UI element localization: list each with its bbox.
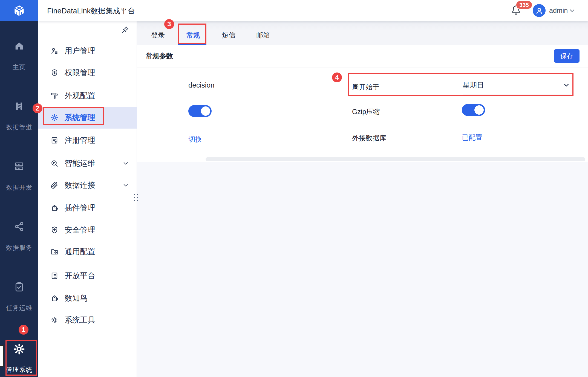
menu-item-label: 系统工具 xyxy=(65,315,95,325)
menu-item-data-connection[interactable]: 数据连接 xyxy=(38,174,137,196)
folder-gear-icon xyxy=(50,248,59,256)
list-doc-icon xyxy=(50,272,59,280)
menu-item-permission-mgmt[interactable]: 权限管理 xyxy=(38,62,137,84)
secondary-sidebar: 用户管理 权限管理 外观配置 系统管理 注册管理 智能运维 数据连接 xyxy=(38,21,137,377)
puzzle-icon xyxy=(50,204,59,212)
sidebar-item-label: 数据管道 xyxy=(0,123,38,132)
menu-item-register-mgmt[interactable]: 注册管理 xyxy=(38,129,137,151)
external-db-configured-link[interactable]: 已配置 xyxy=(462,133,482,142)
menu-item-label: 用户管理 xyxy=(65,46,95,56)
menu-item-label: 插件管理 xyxy=(65,203,95,213)
menu-item-plugin-mgmt[interactable]: 插件管理 xyxy=(38,197,137,219)
menu-item-label: 安全管理 xyxy=(65,225,95,235)
annotation-step-2: 2 xyxy=(33,103,42,113)
menu-item-label: 数知鸟 xyxy=(65,293,88,303)
menu-item-label: 通用配置 xyxy=(65,246,95,257)
switch-link[interactable]: 切换 xyxy=(188,135,202,144)
external-db-label: 外接数据库 xyxy=(352,134,386,143)
sidebar-item-data-service[interactable]: 数据服务 xyxy=(0,221,38,252)
menu-item-security-mgmt[interactable]: 安全管理 xyxy=(38,219,137,241)
tab-login[interactable]: 登录 xyxy=(151,31,165,40)
user-icon xyxy=(50,47,59,55)
sidebar-resize-handle[interactable] xyxy=(134,194,138,201)
user-avatar[interactable] xyxy=(533,4,546,17)
app-logo[interactable] xyxy=(0,0,38,21)
menu-item-label: 外观配置 xyxy=(65,91,95,101)
menu-item-smart-ops[interactable]: 智能运维 xyxy=(38,152,137,174)
cube-logo-icon xyxy=(13,4,25,17)
sidebar-item-home[interactable]: 主页 xyxy=(0,40,38,71)
menu-item-appearance[interactable]: 外观配置 xyxy=(38,85,137,107)
menu-item-shuzhiniao[interactable]: 数知鸟 xyxy=(38,287,137,309)
shield-plus-icon xyxy=(50,226,59,234)
annotation-box-1 xyxy=(5,340,37,376)
sidebar-item-data-dev[interactable]: 数据开发 xyxy=(0,161,38,192)
horizontal-scrollbar[interactable] xyxy=(206,157,585,161)
menu-item-general-config[interactable]: 通用配置 xyxy=(38,241,137,263)
gzip-toggle[interactable] xyxy=(462,104,485,116)
save-button[interactable]: 保存 xyxy=(554,49,580,63)
gzip-label: Gzip压缩 xyxy=(352,107,380,116)
gear-bolt-icon xyxy=(50,316,59,324)
menu-item-user-mgmt[interactable]: 用户管理 xyxy=(38,40,137,62)
annotation-box-4 xyxy=(348,73,573,96)
menu-item-system-tools[interactable]: 系统工具 xyxy=(38,309,137,331)
annotation-box-2 xyxy=(43,107,104,125)
puzzle-icon xyxy=(50,294,59,302)
menu-item-label: 智能运维 xyxy=(65,158,95,169)
register-doc-icon xyxy=(50,136,59,144)
menu-item-label: 开放平台 xyxy=(65,271,95,281)
annotation-step-3: 3 xyxy=(164,19,174,29)
wrench-search-icon xyxy=(50,159,59,167)
annotation-step-4: 4 xyxy=(332,72,342,82)
section-heading: 常规参数 xyxy=(146,51,173,60)
task-ops-icon xyxy=(0,281,38,293)
sidebar-item-data-pipeline[interactable]: 数据管道 xyxy=(0,101,38,132)
tab-email[interactable]: 邮箱 xyxy=(256,31,270,40)
menu-item-label: 注册管理 xyxy=(65,135,95,146)
home-icon xyxy=(0,40,38,53)
sidebar-item-task-ops[interactable]: 任务运维 xyxy=(0,281,38,312)
username-label[interactable]: admin xyxy=(549,7,568,14)
chevron-down-icon[interactable] xyxy=(568,7,576,14)
platform-name-input[interactable]: decision xyxy=(188,81,295,93)
app-screen: 主页 数据管道 数据开发 数据服务 任务运维 管理系统 FineDataLink… xyxy=(0,0,588,377)
edge-tooltip-fragment xyxy=(0,345,4,367)
tab-sms[interactable]: 短信 xyxy=(222,31,235,40)
menu-item-label: 权限管理 xyxy=(65,68,95,78)
chevron-down-icon[interactable] xyxy=(122,182,129,189)
paint-roller-icon xyxy=(50,92,59,100)
data-dev-icon xyxy=(0,161,38,173)
section-divider xyxy=(137,68,588,68)
notification-count-badge: 335 xyxy=(516,1,532,9)
primary-sidebar: 主页 数据管道 数据开发 数据服务 任务运维 管理系统 xyxy=(0,0,38,377)
menu-item-label: 数据连接 xyxy=(65,180,95,190)
general-settings-panel: 常规参数 保存 decision 周开始于 星期日 Gzip压缩 切换 外接数据… xyxy=(137,45,588,162)
chevron-down-icon[interactable] xyxy=(122,160,129,167)
paperclip-icon xyxy=(50,181,59,189)
sidebar-item-label: 任务运维 xyxy=(0,304,38,312)
annotation-step-1: 1 xyxy=(19,325,28,335)
sidebar-item-label: 数据服务 xyxy=(0,243,38,252)
data-service-icon xyxy=(0,221,38,233)
menu-item-open-platform[interactable]: 开放平台 xyxy=(38,265,137,287)
setting-toggle[interactable] xyxy=(188,105,212,117)
sidebar-item-label: 数据开发 xyxy=(0,183,38,192)
sidebar-item-label: 主页 xyxy=(0,63,38,71)
pin-icon[interactable] xyxy=(121,26,129,34)
annotation-box-3 xyxy=(178,24,206,44)
shield-key-icon xyxy=(50,69,59,77)
page-title: FineDataLink数据集成平台 xyxy=(47,6,135,16)
top-header: FineDataLink数据集成平台 335 admin xyxy=(38,0,588,21)
